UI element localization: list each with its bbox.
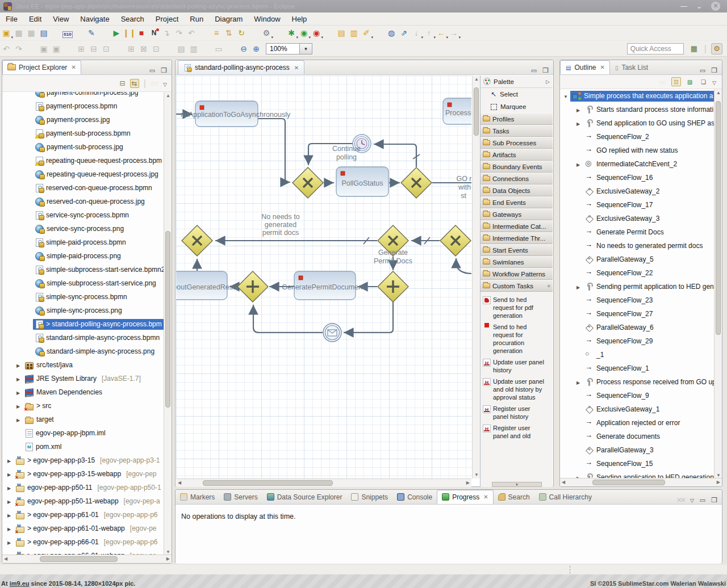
toolbar-icon[interactable]: ⊠ bbox=[137, 43, 150, 55]
toolbar-icon[interactable]: ✱▾ bbox=[285, 27, 298, 39]
toolbar-icon[interactable]: ✎ bbox=[85, 27, 98, 39]
bottom-tab[interactable]: Markers bbox=[176, 490, 219, 504]
pin-icon[interactable] bbox=[547, 283, 550, 289]
menu-item[interactable]: Navigate bbox=[74, 14, 115, 24]
tab-task-list[interactable]: ▯ Task List bbox=[610, 60, 653, 74]
tree-item[interactable]: standard-simple-async-process.bpmn bbox=[2, 331, 172, 345]
outline-item[interactable]: SequenceFlow_16 bbox=[560, 171, 722, 184]
task-generate-permit-documents[interactable]: GeneratePermitDocuments bbox=[282, 271, 367, 300]
toolbar-icon[interactable] bbox=[50, 27, 62, 39]
expand-arrow-icon[interactable] bbox=[7, 497, 11, 505]
toolbar-icon[interactable]: ↴ bbox=[160, 27, 173, 39]
tree-item[interactable]: payment-sub-process.jpg bbox=[2, 140, 172, 154]
outline-item[interactable]: ExclusiveGateway_1 bbox=[560, 402, 722, 416]
zoom-level-combo[interactable]: 100% bbox=[266, 43, 300, 54]
toolbar-icon[interactable]: ◍ bbox=[385, 27, 398, 39]
custom-task-item[interactable]: Update user panel and old history by app… bbox=[482, 376, 551, 403]
bottom-tab[interactable]: Snippets bbox=[346, 490, 392, 504]
toolbar-icon[interactable] bbox=[273, 27, 285, 39]
project-explorer-vscrollbar[interactable]: ▲ ▼ bbox=[164, 92, 172, 556]
view-menu-icon[interactable] bbox=[690, 497, 694, 503]
expand-arrow-icon[interactable] bbox=[7, 456, 11, 464]
toolbar-icon[interactable]: ⊖ bbox=[237, 43, 250, 55]
tree-item[interactable]: simple-paid-process.bpmn bbox=[2, 236, 172, 249]
tree-item[interactable]: simple-subprocess-start-service.png bbox=[2, 276, 172, 290]
link-with-editor-icon[interactable]: ⇆ bbox=[130, 79, 139, 88]
outline-item[interactable]: Process response received from GO up bbox=[560, 375, 722, 389]
message-event[interactable] bbox=[323, 324, 341, 342]
palette-category[interactable]: Connections bbox=[481, 173, 553, 184]
toolbar-icon[interactable]: ▭ bbox=[212, 43, 225, 55]
outline-item[interactable]: IntermediateCatchEvent_2 bbox=[560, 157, 722, 171]
outline-item[interactable]: Generate documents bbox=[560, 430, 722, 443]
toolbar-icon[interactable]: ▥ bbox=[187, 43, 200, 55]
open-perspective-icon[interactable]: ▦ bbox=[688, 43, 700, 54]
tool-marquee[interactable]: Marquee bbox=[481, 100, 553, 113]
toolbar-icon[interactable]: ▦ bbox=[12, 27, 25, 39]
toolbar-icon[interactable] bbox=[62, 43, 75, 55]
expand-arrow-icon[interactable] bbox=[576, 119, 580, 127]
thumbnail-view-icon[interactable]: ❏ bbox=[699, 77, 708, 86]
expand-arrow-icon[interactable] bbox=[16, 402, 20, 410]
tree-item[interactable]: service-sync-process.bpmn bbox=[2, 208, 172, 222]
outline-item[interactable]: Generate Permit Docs bbox=[560, 225, 722, 239]
toolbar-icon[interactable]: ⇅ bbox=[223, 27, 235, 39]
toolbar-icon[interactable]: ✐▾ bbox=[360, 27, 373, 39]
toolbar-icon[interactable] bbox=[112, 43, 125, 55]
toolbar-icon[interactable]: ≡ bbox=[210, 27, 223, 39]
expand-arrow-icon[interactable] bbox=[16, 388, 20, 396]
custom-task-item[interactable]: Update user panel history bbox=[482, 356, 551, 376]
outline-item[interactable]: SequenceFlow_9 bbox=[560, 389, 722, 402]
menu-item[interactable]: File bbox=[0, 14, 23, 24]
toolbar-icon[interactable]: ▥ bbox=[348, 27, 360, 39]
tree-item[interactable]: service-sync-process.png bbox=[2, 222, 172, 236]
outline-item[interactable]: _1 bbox=[560, 348, 722, 362]
tree-item[interactable]: > egov-pep-app-p66-01 [egov-pep-app-p6 bbox=[2, 535, 172, 549]
menu-item[interactable]: Help bbox=[286, 14, 313, 24]
close-tab-icon[interactable] bbox=[71, 64, 76, 70]
tree-item[interactable]: target bbox=[2, 413, 172, 426]
expand-arrow-icon[interactable] bbox=[576, 283, 580, 291]
tree-item[interactable]: reserved-con-queue-process.bpmn bbox=[2, 181, 172, 195]
canvas-vscrollbar[interactable]: ▲ ▼ bbox=[472, 75, 480, 478]
outline-hscrollbar[interactable]: ◀ ▶ bbox=[560, 478, 722, 486]
menu-item[interactable]: Run bbox=[184, 14, 209, 24]
toolbar-icon[interactable]: ▣ bbox=[50, 43, 62, 55]
outline-item[interactable]: SequenceFlow_17 bbox=[560, 198, 722, 212]
menu-item[interactable]: Project bbox=[150, 14, 184, 24]
tree-item[interactable]: egov-pep-app-p50-11-webapp [egov-pep-a bbox=[2, 494, 172, 508]
outline-item[interactable]: SequenceFlow_27 bbox=[560, 307, 722, 321]
tree-item[interactable]: payment-process.bpmn bbox=[2, 99, 172, 113]
tree-item[interactable]: repeating-queue-request-process.jpg bbox=[2, 167, 172, 181]
expand-arrow-icon[interactable] bbox=[16, 415, 20, 423]
toolbar-icon[interactable]: ⊞ bbox=[125, 43, 137, 55]
bottom-tab[interactable]: Console bbox=[392, 490, 437, 504]
toolbar-icon[interactable]: ⇗ bbox=[398, 27, 410, 39]
tree-view-icon[interactable]: ☷ bbox=[671, 77, 681, 86]
toolbar-icon[interactable]: ■ bbox=[135, 27, 148, 39]
toolbar-icon[interactable]: ▤ bbox=[37, 27, 50, 39]
task-process-go[interactable]: ProcessG bbox=[443, 98, 471, 124]
close-tab-icon[interactable] bbox=[600, 64, 604, 70]
toolbar-icon[interactable] bbox=[248, 27, 260, 39]
palette-category[interactable]: Tasks bbox=[481, 125, 553, 137]
palette-category[interactable]: Boundary Events bbox=[481, 161, 553, 173]
tree-item[interactable]: payment-process.jpg bbox=[2, 113, 172, 127]
outline-vscrollbar[interactable]: ▲ ▼ bbox=[714, 89, 722, 479]
outline-item[interactable]: Application rejected or error bbox=[560, 416, 722, 430]
toolbar-icon[interactable] bbox=[373, 27, 385, 39]
expand-arrow-icon[interactable] bbox=[576, 106, 580, 114]
editor-tab[interactable]: standard-polling-async-process bbox=[178, 60, 304, 74]
palette-category[interactable]: Artifacts bbox=[481, 149, 553, 161]
toolbar-icon[interactable] bbox=[98, 27, 110, 39]
bottom-tab[interactable]: Call Hierarchy bbox=[534, 490, 596, 504]
toolbar-icon[interactable]: ↑▾ bbox=[423, 27, 435, 39]
outline-item[interactable]: No needs to generated permit docs bbox=[560, 239, 722, 253]
toolbar-icon[interactable] bbox=[73, 27, 85, 39]
tool-select[interactable]: ↖ Select bbox=[481, 88, 553, 100]
toolbar-icon[interactable]: ⊞ bbox=[75, 43, 87, 55]
outline-item[interactable]: ParallelGateway_3 bbox=[560, 443, 722, 457]
tree-item[interactable]: JRE System Library [JavaSE-1.7] bbox=[2, 372, 172, 385]
minimize-view-icon[interactable] bbox=[149, 67, 155, 74]
menu-item[interactable]: Window bbox=[248, 14, 286, 24]
